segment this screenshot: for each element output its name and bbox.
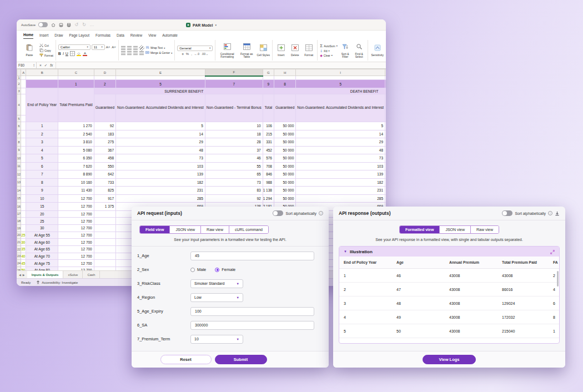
sort-alphabetically-toggle[interactable] (273, 210, 283, 216)
grid-cell[interactable]: 846 (263, 170, 274, 179)
column-header[interactable]: H (274, 69, 295, 76)
grid-cell[interactable]: 1 294 (263, 194, 274, 203)
grid-cell[interactable]: 103 (296, 162, 385, 170)
name-box-spinner[interactable]: ▴▾ (33, 64, 34, 67)
grid-cell[interactable] (21, 88, 26, 94)
grid-cell[interactable]: 182 (296, 178, 385, 187)
bold-button[interactable]: B (58, 52, 61, 56)
tab-insert[interactable]: Insert (39, 33, 48, 39)
grid-cell[interactable]: 12 700 (58, 194, 94, 203)
grid-cell[interactable]: Guaranteed (274, 94, 295, 122)
grid-cell[interactable] (21, 224, 26, 232)
grid-cell[interactable]: 37 (385, 146, 386, 154)
grid-cell[interactable]: 6 350 (58, 154, 94, 163)
clear-button[interactable]: ◆Clear▾ (320, 53, 338, 57)
grid-cell[interactable]: 139 (296, 170, 385, 179)
row-header[interactable]: 9 (17, 146, 21, 154)
sheet-tab-inputs-outputs[interactable]: Inputs & Outputs (27, 271, 64, 278)
tab-automate[interactable]: Automate (162, 33, 178, 39)
grid-cell[interactable]: 7 (385, 80, 386, 88)
submit-button[interactable]: Submit (215, 355, 267, 364)
borders-icon[interactable] (70, 51, 75, 57)
delete-cells-button[interactable]: Delete (289, 43, 301, 57)
grid-cell[interactable]: 708 (263, 162, 274, 170)
column-header[interactable]: D (94, 69, 115, 76)
sheet-next-icon[interactable]: ▶ (23, 273, 25, 277)
row-header[interactable]: 12 (17, 170, 21, 179)
grid-cell[interactable] (21, 170, 26, 179)
grid-cell[interactable] (205, 76, 263, 80)
grid-cell[interactable]: 92 (94, 122, 115, 130)
grid-cell[interactable]: 12 700 (58, 203, 94, 211)
grid-cell[interactable] (263, 76, 274, 80)
grid-cell[interactable] (116, 76, 205, 80)
grid-cell[interactable] (94, 260, 115, 267)
grid-cell[interactable]: 37 (205, 146, 263, 154)
tab-page-layout[interactable]: Page Layout (69, 33, 90, 39)
grid-cell[interactable]: 5 (116, 80, 205, 88)
more-icon[interactable]: … (89, 22, 94, 27)
fill-color-icon[interactable]: ◇ (77, 52, 81, 56)
grid-cell[interactable] (21, 194, 26, 203)
grid-cell[interactable] (21, 146, 26, 154)
grid-cell[interactable]: 5 (116, 122, 205, 130)
view-logs-button[interactable]: View Logs (423, 355, 476, 364)
grid-cell[interactable]: 182 (116, 178, 205, 187)
tab-review[interactable]: Review (130, 33, 142, 39)
grid-cell[interactable] (385, 76, 386, 80)
grid-cell[interactable] (94, 224, 115, 232)
expand-icon[interactable] (550, 247, 555, 257)
grid-cell[interactable]: 6 (26, 162, 58, 170)
grid-cell[interactable]: 73 (296, 154, 385, 163)
decrease-decimal-icon[interactable]: .00→ (202, 52, 208, 56)
conditional-formatting-button[interactable]: Conditional Formatting (218, 42, 237, 59)
grid-cell[interactable] (21, 122, 26, 130)
format-painter-button[interactable]: Format (39, 53, 53, 58)
region-select[interactable]: Low▼ (190, 293, 243, 302)
grid-cell[interactable]: 30 (26, 224, 58, 232)
grid-cell[interactable] (94, 239, 115, 246)
grid-cell[interactable]: 50 000 (274, 178, 295, 187)
sensitivity-button[interactable]: Sensitivity (370, 43, 385, 57)
grid-cell[interactable] (21, 218, 26, 225)
chevron-down-icon[interactable]: ▾ (215, 23, 217, 27)
grid-cell[interactable]: 231 (296, 187, 385, 195)
row-header[interactable]: 1 (17, 76, 21, 80)
column-header[interactable]: I (296, 69, 385, 76)
row-header[interactable]: 3 (17, 88, 21, 94)
underline-button[interactable]: U (66, 52, 68, 56)
merge-center-button[interactable]: Merge & Center▾ (145, 51, 172, 55)
tab-curl-command[interactable]: cURL command (229, 226, 268, 233)
grid-cell[interactable]: 7 620 (58, 162, 94, 170)
grid-cell[interactable]: 10 (385, 122, 386, 130)
grid-cell[interactable] (296, 76, 385, 80)
grid-cell[interactable]: 25 (21, 232, 26, 239)
grid-cell[interactable] (94, 245, 115, 253)
grid-cell[interactable]: 46 (385, 154, 386, 163)
comma-format-icon[interactable]: , (191, 52, 192, 56)
grid-cell[interactable]: 2 (26, 130, 58, 138)
grid-cell[interactable]: 988 (263, 178, 274, 187)
accounting-format-icon[interactable]: ¤ (182, 52, 183, 56)
grid-cell[interactable]: 8 890 (58, 170, 94, 179)
tab-formatted-view[interactable]: Formatted view (400, 226, 439, 233)
tab-field-view[interactable]: Field view (140, 226, 169, 233)
indent-icon[interactable] (139, 51, 144, 55)
grid-cell[interactable]: Non Guaranteed: Terminal Bonus (385, 94, 386, 122)
cell-styles-button[interactable]: Cell Styles (257, 43, 270, 57)
row-header[interactable]: 17 (17, 210, 21, 218)
grid-cell[interactable]: 28 (385, 138, 386, 147)
grid-cell[interactable]: 73 (116, 154, 205, 163)
print-icon[interactable] (66, 22, 71, 27)
tab-json-view[interactable]: JSON view (169, 226, 200, 233)
grid-cell[interactable]: 2 (94, 80, 115, 88)
row-header[interactable]: 15 (17, 194, 21, 203)
grid-cell[interactable]: 139 (116, 170, 205, 179)
row-header[interactable]: 6 (17, 122, 21, 130)
illustration-column-header[interactable]: FA (549, 257, 560, 269)
row-header[interactable]: 21 (17, 239, 21, 246)
grid-cell[interactable]: Guaranteed (94, 94, 115, 122)
row-header[interactable]: 22 (17, 245, 21, 253)
sheet-tab-cash[interactable]: Cash (83, 271, 100, 278)
grid-cell[interactable]: 9 (26, 187, 58, 195)
